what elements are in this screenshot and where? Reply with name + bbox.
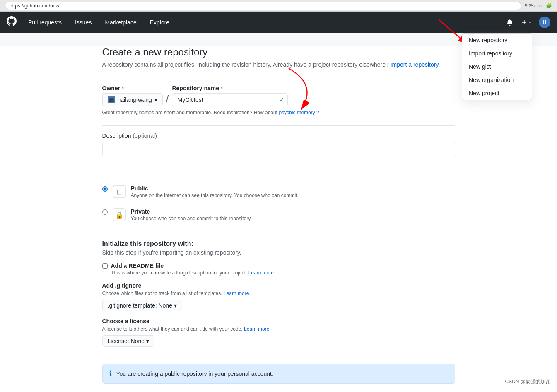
nav-marketplace[interactable]: Marketplace	[101, 17, 140, 27]
dropdown-new-organization[interactable]: New organization	[462, 73, 532, 87]
repo-name-required-star: *	[221, 85, 223, 91]
main-content: Create a new repository A repository con…	[92, 46, 465, 392]
owner-repo-row: Owner * ⬛ hailang-wang ▾ / Repository na…	[102, 85, 455, 106]
private-icon: 🔒	[113, 208, 126, 221]
gitignore-title: Add .gitignore	[102, 282, 455, 289]
github-navbar: Pull requests Issues Marketplace Explore…	[0, 12, 557, 33]
zoom-level: 90%	[525, 3, 535, 9]
readme-desc: This is where you can write a long descr…	[111, 270, 275, 276]
radio-private[interactable]	[102, 209, 108, 215]
page-title: Create a new repository	[102, 46, 455, 58]
annotation-arrow-3: 3	[169, 388, 251, 392]
gitignore-dropdown-btn[interactable]: .gitignore template: None ▾	[102, 300, 182, 311]
dropdown-import-repository[interactable]: Import repository	[462, 47, 532, 60]
divider-1	[102, 78, 455, 78]
gitignore-desc: Choose which files not to track from a l…	[102, 291, 455, 296]
divider-3	[102, 173, 455, 173]
radio-public[interactable]	[102, 186, 108, 192]
readme-label: Add a README file	[111, 262, 275, 269]
readme-checkbox-row: Add a README file This is where you can …	[102, 262, 455, 276]
repo-name-wrapper: ✓	[172, 93, 288, 106]
suggestion-text: Great repository names are short and mem…	[102, 110, 455, 115]
owner-required-star: *	[122, 85, 124, 91]
owner-avatar-small: ⬛	[108, 96, 115, 103]
owner-select[interactable]: ⬛ hailang-wang ▾	[102, 93, 163, 106]
divider-4	[102, 233, 455, 233]
private-desc: You choose who can see and commit to thi…	[131, 216, 252, 221]
extensions-icon[interactable]: 🧩	[546, 3, 552, 9]
readme-learn-more[interactable]: Learn more.	[248, 270, 275, 276]
license-desc: A license tells others what they can and…	[102, 326, 455, 332]
info-box: ℹ You are creating a public repository i…	[102, 364, 455, 384]
public-icon: ⊡	[113, 185, 126, 198]
repo-name-input[interactable]	[172, 93, 288, 106]
separator-slash: /	[166, 93, 169, 105]
owner-label: Owner *	[102, 85, 163, 91]
dropdown-new-gist[interactable]: New gist	[462, 60, 532, 73]
dropdown-new-project[interactable]: New project	[462, 87, 532, 100]
info-text: You are creating a public repository in …	[116, 370, 273, 377]
gitignore-learn-more[interactable]: Learn more.	[224, 291, 251, 296]
init-section-title: Initialize this repository with:	[102, 240, 455, 248]
init-section-subtitle: Skip this step if you're importing an ex…	[102, 249, 455, 256]
suggestion-link[interactable]: psychic-memory	[279, 110, 315, 115]
readme-checkbox[interactable]	[102, 263, 108, 269]
description-input[interactable]	[102, 142, 455, 156]
plus-dropdown-menu: New repository Import repository New gis…	[462, 33, 532, 100]
notifications-button[interactable]	[505, 17, 515, 27]
info-icon: ℹ	[109, 369, 112, 378]
url-bar[interactable]: https://github.com/new	[5, 2, 521, 10]
radio-private-option: 🔒 Private You choose who can see and com…	[102, 203, 455, 226]
owner-value: hailang-wang	[118, 96, 152, 103]
license-learn-more[interactable]: Learn more.	[244, 326, 271, 332]
public-desc: Anyone on the internet can see this repo…	[131, 192, 299, 198]
user-avatar[interactable]: H	[539, 17, 550, 28]
private-label: Private	[131, 208, 252, 215]
license-dropdown-btn[interactable]: License: None ▾	[102, 335, 154, 347]
watermark: CSDN @俩强的加瓦	[505, 378, 550, 385]
import-repo-link[interactable]: Import a repository.	[391, 61, 440, 68]
owner-dropdown-icon: ▾	[154, 96, 157, 103]
page-subtitle: A repository contains all project files,…	[102, 61, 455, 68]
repo-name-label: Repository name *	[172, 85, 288, 91]
valid-check-icon: ✓	[279, 96, 285, 103]
desc-optional: (optional)	[133, 132, 157, 139]
new-plus-button[interactable]	[520, 18, 534, 27]
radio-public-option: ⊡ Public Anyone on the internet can see …	[102, 180, 455, 203]
github-logo[interactable]	[7, 16, 17, 29]
bookmark-icon[interactable]: ☆	[538, 3, 543, 9]
nav-issues[interactable]: Issues	[72, 17, 95, 27]
divider-2	[102, 125, 455, 126]
nav-pull-requests[interactable]: Pull requests	[25, 17, 65, 27]
browser-bar: https://github.com/new 90% ☆ 🧩	[0, 0, 557, 12]
nav-explore[interactable]: Explore	[147, 17, 173, 27]
license-title: Choose a license	[102, 318, 455, 325]
dropdown-new-repository[interactable]: New repository	[462, 34, 532, 47]
divider-5	[102, 354, 455, 354]
desc-label: Description (optional)	[102, 132, 455, 139]
public-label: Public	[131, 185, 299, 192]
